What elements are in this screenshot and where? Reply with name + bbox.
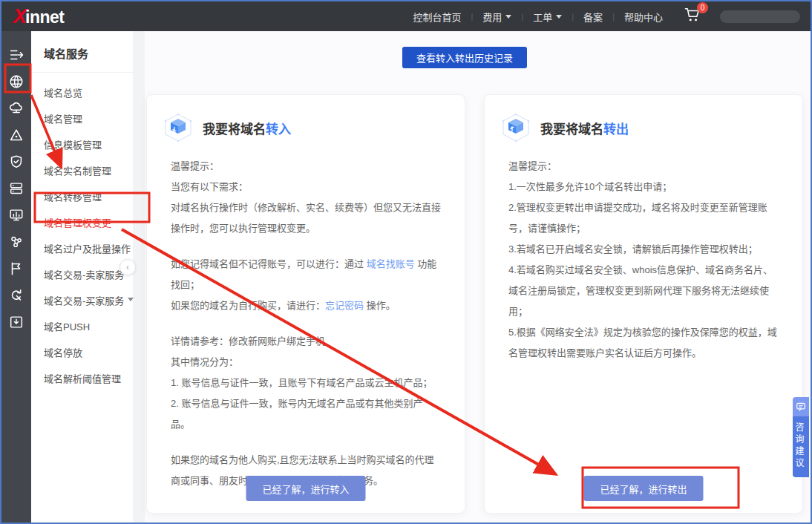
panel-paragraph: 1.一次性最多允许10个域名转出申请； <box>508 177 779 197</box>
monitor-chart-icon[interactable] <box>7 206 25 224</box>
redacted-username[interactable] <box>720 10 800 23</box>
panel-paragraph: 4.若域名购买过域名安全锁、whois信息保护、域名商务名片、域名注册局锁定，管… <box>508 260 779 322</box>
nav-item-4[interactable]: 帮助中心 <box>615 10 672 24</box>
sidebar-title: 域名服务 <box>31 31 133 73</box>
panel-paragraph: 对域名执行操作时（修改解析、实名、续费等）但您又无法直接操作时，您可以执行管理权… <box>171 197 441 239</box>
view-history-button[interactable]: 查看转入转出历史记录 <box>402 47 527 68</box>
sidebar-item[interactable]: 域名管理权变更 <box>31 210 133 236</box>
collapse-menu-icon[interactable] <box>7 46 25 64</box>
logo-text: innet <box>25 7 64 27</box>
sidebar-item[interactable]: 域名停放 <box>31 340 133 366</box>
panel-paragraph: 如果您的域名为自行购买，请进行：忘记密码 操作。 <box>171 295 441 316</box>
panel-paragraph: 其中情况分为： <box>171 352 441 373</box>
nav-item-0[interactable]: 控制台首页 <box>403 10 471 24</box>
paragraph-text: 5.根据《网络安全法》规定为核验您的操作及保障您的权益，域名管理权转出需要账户实… <box>508 327 777 358</box>
paragraph-text: 对域名执行操作时（修改解析、实名、续费等）但您又无法直接操作时，您可以执行管理权… <box>171 202 441 234</box>
sidebar-item[interactable]: 域名管理 <box>31 106 133 132</box>
paragraph-text: 2. 账号信息与证件一致，账号内无域名产品或有其他类别产品。 <box>171 398 422 430</box>
sidebar-item[interactable]: 域名PUSH <box>31 314 133 340</box>
consult-suggestion-tab[interactable]: 咨询建议 <box>793 397 809 477</box>
cube-icon <box>501 113 531 143</box>
nav-item-3[interactable]: 备案 <box>574 10 612 24</box>
cluster-icon[interactable] <box>7 233 25 251</box>
paragraph-text: 其中情况分为： <box>171 356 238 367</box>
transfer-out-panel: 我要将域名转出 温馨提示：1.一次性最多允许10个域名转出申请；2.管理权变更转… <box>484 94 803 514</box>
sidebar-item[interactable]: 域名解析阈值管理 <box>31 366 133 392</box>
sidebar-item[interactable]: 域名过户及批量操作 <box>31 236 133 262</box>
icon-rail <box>1 31 31 524</box>
panel-body: 温馨提示：1.一次性最多允许10个域名转出申请；2.管理权变更转出申请提交成功，… <box>485 148 802 364</box>
cloud-product-icon[interactable] <box>7 126 25 144</box>
cloud-server-icon[interactable] <box>7 99 25 117</box>
panel-paragraph: 5.根据《网络安全法》规定为核验您的操作及保障您的权益，域名管理权转出需要账户实… <box>508 322 779 364</box>
title-highlight: 转出 <box>603 122 629 137</box>
sidebar-collapse-button[interactable]: ‹ <box>119 259 136 275</box>
chat-bubble-icon <box>793 397 809 416</box>
shield-icon[interactable] <box>7 153 25 171</box>
panel-paragraph: 温馨提示： <box>171 156 441 177</box>
sidebar-item[interactable]: 域名总览 <box>31 80 133 106</box>
title-highlight: 转入 <box>266 122 291 137</box>
paragraph-text: 温馨提示： <box>508 160 557 171</box>
xinnet-logo[interactable]: X innet <box>1 5 64 28</box>
panel-paragraph: 温馨提示： <box>508 156 779 177</box>
panel-paragraph: 2.管理权变更转出申请提交成功，域名将及时变更至新管理账号，请谨慎操作； <box>508 197 779 239</box>
paragraph-text: 1. 账号信息与证件一致，且账号下有域名产品或云主机产品； <box>171 377 432 388</box>
topbar: X innet 控制台首页|费用|工单|备案|帮助中心 0 <box>1 1 811 31</box>
panel-title: 我要将域名转出 <box>540 119 629 137</box>
caret-down-icon <box>128 298 134 304</box>
paragraph-text: 如果您的域名为自行购买，请进行： <box>171 300 325 311</box>
sidebar-gutter <box>133 31 145 524</box>
paragraph-text: 2.管理权变更转出申请提交成功，域名将及时变更至新管理账号，请谨慎操作； <box>508 202 767 234</box>
paragraph-text: 3.若域名已开启域名安全锁，请解锁后再操作管理权转出； <box>508 243 758 255</box>
globe-icon[interactable] <box>7 73 25 91</box>
cart-count-badge: 0 <box>697 2 708 13</box>
sidebar-menu: 域名总览域名管理信息模板管理域名实名制管理域名转移管理域名管理权变更域名过户及批… <box>31 80 133 392</box>
logo-x: X <box>13 5 25 28</box>
sidebar: 域名服务 域名总览域名管理信息模板管理域名实名制管理域名转移管理域名管理权变更域… <box>31 31 133 524</box>
flag-icon[interactable] <box>7 260 25 278</box>
paragraph-text: 详情请参考：修改新网账户绑定手机 <box>171 335 325 347</box>
panel-paragraph: 如您记得域名但不记得账号，可以进行：通过 域名找账号 功能找回； <box>171 254 441 295</box>
server-icon[interactable] <box>7 180 25 197</box>
nav-item-1[interactable]: 费用 <box>473 10 521 24</box>
nav-item-2[interactable]: 工单 <box>523 10 572 24</box>
caret-down-icon <box>556 15 562 22</box>
sidebar-item[interactable]: 域名转移管理 <box>31 184 133 210</box>
inline-link[interactable]: 域名找账号 <box>367 258 415 269</box>
paragraph-text: 操作。 <box>364 300 396 311</box>
paragraph-text: 4.若域名购买过域名安全锁、whois信息保护、域名商务名片、域名注册局锁定，管… <box>508 264 773 317</box>
panel-title: 我要将域名转入 <box>203 119 291 137</box>
sidebar-item[interactable]: 域名交易-卖家服务 <box>31 262 133 288</box>
sidebar-item[interactable]: 域名实名制管理 <box>31 158 133 184</box>
sidebar-item[interactable]: 信息模板管理 <box>31 132 133 158</box>
paragraph-text: 如您记得域名但不记得账号，可以进行：通过 <box>171 258 367 269</box>
inline-link[interactable]: 忘记密码 <box>325 300 364 311</box>
panel-paragraph: 3.若域名已开启域名安全锁，请解锁后再操作管理权转出； <box>508 239 779 260</box>
consult-tab-label: 咨询建议 <box>793 416 809 477</box>
paragraph-text: 1.一次性最多允许10个域名转出申请； <box>508 181 672 192</box>
paragraph-text: 温馨提示： <box>171 160 219 171</box>
page: X innet 控制台首页|费用|工单|备案|帮助中心 0 <box>0 0 812 524</box>
sidebar-item[interactable]: 域名交易-买家服务 <box>31 288 133 314</box>
panel-body: 温馨提示：当您有以下需求：对域名执行操作时（修改解析、实名、续费等）但您又无法直… <box>147 148 465 491</box>
transfer-out-button[interactable]: 已经了解，进行转出 <box>583 476 703 501</box>
panel-paragraph: 详情请参考：修改新网账户绑定手机 <box>171 331 441 352</box>
inbox-icon[interactable] <box>7 313 25 331</box>
panel-paragraph: 2. 账号信息与证件一致，账号内无域名产品或有其他类别产品。 <box>171 393 441 435</box>
cube-icon <box>163 113 193 143</box>
panel-paragraph: 1. 账号信息与证件一致，且账号下有域名产品或云主机产品； <box>171 373 441 393</box>
top-nav: 控制台首页|费用|工单|备案|帮助中心 <box>403 10 672 24</box>
link-icon[interactable] <box>7 286 25 304</box>
transfer-in-panel: 我要将域名转入 温馨提示：当您有以下需求：对域名执行操作时（修改解析、实名、续费… <box>146 94 465 514</box>
transfer-in-button[interactable]: 已经了解，进行转入 <box>246 476 365 501</box>
cart-button[interactable]: 0 <box>684 7 701 25</box>
caret-down-icon <box>505 15 511 22</box>
panel-paragraph: 当您有以下需求： <box>171 177 441 197</box>
paragraph-text: 当您有以下需求： <box>171 181 248 192</box>
